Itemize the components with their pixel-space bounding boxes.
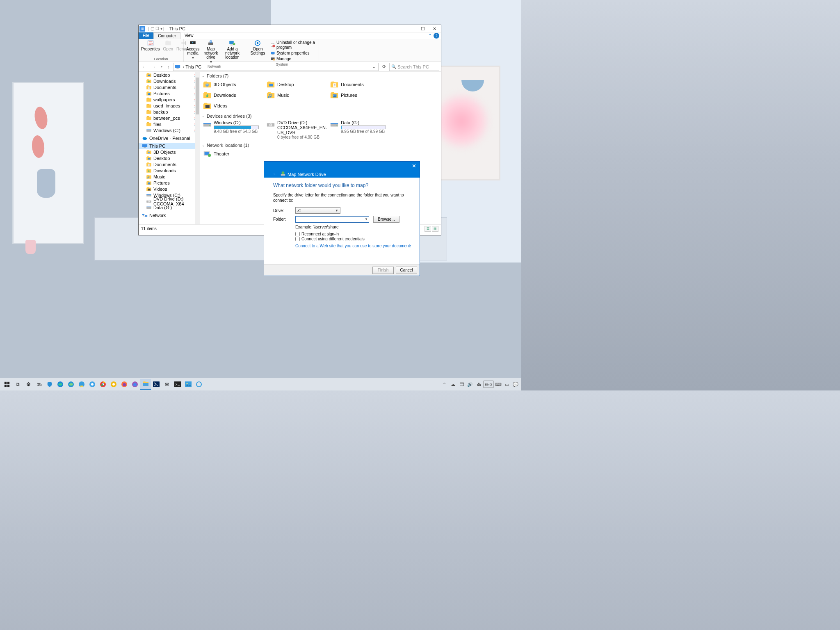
tree-item[interactable]: Videos (139, 186, 200, 192)
close-button[interactable]: ✕ (429, 25, 440, 32)
drive-item[interactable]: DVD Drive (D:)CCCOMA_X64FRE_EN-US_DV90 b… (265, 119, 329, 140)
drive-item[interactable]: Data (G:)9.95 GB free of 9.99 GB (329, 119, 393, 140)
tree-item[interactable]: 3D Objects (139, 149, 200, 155)
tray-network-icon[interactable]: 🖧 (475, 381, 482, 388)
tree-item[interactable]: Desktop (139, 155, 200, 161)
browse-button[interactable]: Browse... (373, 216, 399, 223)
view-icons-icon[interactable]: ▦ (432, 226, 438, 232)
tree-item[interactable]: Documents📌 (139, 84, 200, 90)
security-icon[interactable] (44, 379, 55, 390)
network-location-item[interactable]: Theater (202, 148, 265, 159)
tree-item[interactable]: Downloads (139, 167, 200, 173)
folder-item[interactable]: Music (265, 90, 329, 100)
folder-item[interactable]: Desktop (265, 79, 329, 90)
powershell-icon[interactable] (151, 379, 162, 390)
edge-icon[interactable] (55, 379, 66, 390)
chrome-icon[interactable] (98, 379, 108, 390)
tray-input-icon[interactable]: ENG (484, 381, 493, 388)
section-drives-header[interactable]: ⌄Devices and drives (3) (202, 113, 439, 119)
store-icon[interactable]: 🛍 (34, 379, 44, 390)
section-folders-header[interactable]: ⌄Folders (7) (202, 73, 439, 79)
view-details-icon[interactable]: ☰ (425, 226, 431, 232)
terminal-icon[interactable] (172, 379, 183, 390)
tree-network[interactable]: Network (139, 212, 200, 218)
mail-icon[interactable]: ✉ (162, 379, 172, 390)
edge-beta-icon[interactable] (76, 379, 87, 390)
folder-item[interactable]: 3D Objects (202, 79, 265, 90)
firefox-dev-icon[interactable] (130, 379, 140, 390)
tree-item[interactable]: Desktop📌 (139, 72, 200, 78)
map-network-drive-button[interactable]: Map network drive▾ (201, 39, 221, 64)
tray-notifications-icon[interactable]: 💬 (512, 381, 519, 388)
folder-item[interactable]: Downloads (202, 90, 265, 100)
tree-item[interactable]: used_images📌 (139, 103, 200, 109)
tree-item[interactable]: Pictures📌 (139, 90, 200, 96)
tray-overflow-icon[interactable]: ⌃ (441, 381, 448, 388)
ribbon-collapse-icon[interactable]: ⌃ (427, 33, 434, 39)
add-network-location-button[interactable]: Add a network location (221, 39, 244, 59)
help-icon[interactable]: ? (434, 33, 439, 39)
tree-scrollbar[interactable] (195, 72, 200, 224)
tree-item[interactable]: DVD Drive (D:) CCCOMA_X64 (139, 198, 200, 204)
tab-file[interactable]: File (139, 32, 153, 39)
edge-canary-icon[interactable] (87, 379, 98, 390)
uninstall-program-button[interactable]: Uninstall or change a program (269, 40, 318, 50)
tree-item[interactable]: Music (139, 173, 200, 180)
tree-item[interactable]: backup📌 (139, 109, 200, 115)
address-bar[interactable]: › This PC ⌄ (173, 63, 379, 71)
tree-this-pc[interactable]: This PC (139, 143, 200, 149)
tree-item[interactable]: Windows (C:)📌 (139, 127, 200, 133)
folder-item[interactable]: Documents (329, 79, 393, 90)
tray-volume-icon[interactable]: 🔊 (466, 381, 474, 388)
firefox-icon[interactable] (119, 379, 130, 390)
tray-meetnow-icon[interactable]: 🗔 (458, 381, 465, 388)
taskbar[interactable]: ⧉ ⚙ 🛍 ✉ ⌃ ☁ 🗔 🔊 🖧 ENG ⌨ ▭ 💬 (0, 378, 521, 390)
address-dropdown-icon[interactable]: ⌄ (371, 64, 377, 69)
photos-icon[interactable] (183, 379, 194, 390)
tab-computer[interactable]: Computer (153, 32, 180, 39)
different-credentials-checkbox[interactable]: Connect using different credentials (295, 237, 411, 241)
tray-battery-icon[interactable]: ▭ (503, 381, 511, 388)
manage-button[interactable]: Manage (269, 56, 318, 62)
titlebar[interactable]: 🖥 | ▢ ☐ ▾ | This PC ─ ☐ ✕ (139, 25, 441, 32)
cancel-button[interactable]: Cancel (396, 267, 417, 274)
tree-item[interactable]: Pictures (139, 180, 200, 186)
search-input[interactable]: Search This PC (389, 63, 439, 71)
tree-item[interactable]: files📌 (139, 121, 200, 127)
connect-website-link[interactable]: Connect to a Web site that you can use t… (295, 244, 411, 248)
tray-keyboard-icon[interactable]: ⌨ (495, 381, 502, 388)
navigation-tree[interactable]: Desktop📌Downloads📌Documents📌Pictures📌wal… (139, 72, 200, 224)
dialog-close-button[interactable]: ✕ (409, 163, 418, 171)
refresh-icon[interactable]: ⟳ (380, 64, 388, 69)
qat-checkbox-icon[interactable]: ☐ (155, 26, 159, 31)
tray-onedrive-icon[interactable]: ☁ (449, 381, 457, 388)
nav-back-icon[interactable]: ← (140, 64, 148, 69)
tree-item[interactable]: between_pcs📌 (139, 115, 200, 121)
tab-view[interactable]: View (180, 32, 198, 39)
folder-item[interactable]: Pictures (329, 90, 393, 100)
minimize-button[interactable]: ─ (406, 25, 417, 32)
drive-select[interactable]: Z:▼ (295, 207, 340, 214)
qat-save-icon[interactable]: ▢ (151, 26, 154, 31)
file-explorer-task-icon[interactable] (140, 379, 151, 390)
start-button[interactable] (2, 379, 12, 390)
dialog-header[interactable]: ← Map Network Drive (264, 162, 420, 178)
edge-dev-icon[interactable] (66, 379, 76, 390)
settings-icon[interactable]: ⚙ (23, 379, 34, 390)
tree-item[interactable]: wallpapers📌 (139, 96, 200, 103)
tree-onedrive[interactable]: OneDrive - Personal (139, 135, 200, 141)
window-icon[interactable]: 🖥 (139, 26, 145, 32)
drive-item[interactable]: Windows (C:)9.48 GB free of 54.3 GB (202, 119, 265, 140)
chrome-canary-icon[interactable] (108, 379, 119, 390)
tree-item[interactable]: Downloads📌 (139, 78, 200, 84)
folder-input[interactable]: ▼ (295, 216, 369, 223)
cortana-icon[interactable] (194, 379, 204, 390)
properties-button[interactable]: Properties (139, 39, 162, 51)
nav-recent-icon[interactable]: ▾ (159, 65, 164, 68)
folder-item[interactable]: Videos (202, 100, 265, 111)
nav-up-icon[interactable]: ↑ (166, 64, 171, 69)
maximize-button[interactable]: ☐ (417, 25, 429, 32)
task-view-icon[interactable]: ⧉ (12, 379, 23, 390)
system-properties-button[interactable]: System properties (269, 50, 318, 56)
tree-item[interactable]: Documents (139, 161, 200, 167)
